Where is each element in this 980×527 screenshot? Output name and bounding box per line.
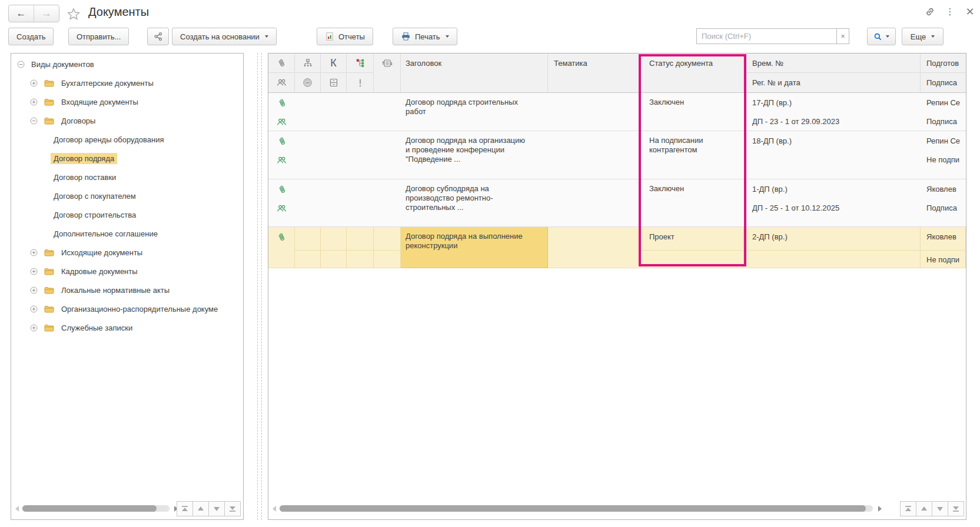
tree-item[interactable]: Локальные нормативные акты (11, 281, 243, 299)
back-button[interactable]: ← (9, 5, 34, 22)
expand-icon[interactable] (30, 79, 38, 87)
cell-title-focused[interactable]: Договор подряда на выполнение реконструк… (401, 227, 548, 268)
cell[interactable] (347, 227, 374, 268)
col-header-hierarchy[interactable] (295, 54, 321, 93)
scroll-left-icon[interactable] (273, 506, 276, 512)
send-button[interactable]: Отправить... (68, 28, 129, 45)
more-button[interactable]: Еще (902, 28, 944, 45)
cell-theme[interactable] (548, 93, 641, 131)
tree-item-root[interactable]: Виды документов (11, 55, 243, 74)
close-icon[interactable]: ✕ (960, 4, 980, 19)
print-button[interactable]: Печать (393, 28, 457, 45)
scroll-right-icon[interactable] (878, 506, 882, 512)
tree-item-selected[interactable]: Договор подряда (11, 149, 243, 168)
share-button[interactable] (147, 28, 169, 45)
col-header-attachment[interactable] (268, 54, 295, 93)
cell-people[interactable]: Репин Се Не подпи (921, 131, 966, 179)
tree-item[interactable]: Бухгалтерские документы (11, 74, 243, 92)
cell[interactable] (374, 227, 401, 268)
tree-item[interactable]: Договоры (11, 111, 243, 130)
scroll-to-bottom-button[interactable] (224, 501, 241, 516)
col-header-status[interactable]: Статус документа (641, 54, 744, 93)
panel-splitter[interactable] (257, 53, 258, 520)
row-icons[interactable] (268, 227, 295, 268)
scroll-up-button[interactable] (192, 501, 209, 516)
cell-title[interactable]: Договор субподряда на производство ремон… (401, 179, 548, 227)
cell-theme[interactable] (548, 227, 641, 268)
cell[interactable] (295, 93, 321, 131)
scroll-left-icon[interactable] (15, 506, 19, 512)
scroll-to-top-button[interactable] (177, 501, 193, 516)
row-icons[interactable] (268, 179, 295, 227)
scroll-down-button[interactable] (932, 501, 948, 516)
cell-people[interactable]: Репин Се Подписа (921, 93, 966, 131)
expand-icon[interactable] (30, 286, 38, 294)
scroll-to-top-button[interactable] (900, 501, 916, 516)
create-based-on-button[interactable]: Создать на основании (172, 28, 277, 45)
cell[interactable] (347, 93, 374, 131)
tree-item[interactable]: Служебные записки (11, 318, 243, 337)
col-header-title[interactable]: Заголовок (401, 54, 548, 93)
cell-status[interactable]: Проект (641, 227, 744, 268)
scrollbar-thumb[interactable] (22, 505, 157, 512)
col-header-k[interactable]: К (321, 54, 347, 93)
cell[interactable] (295, 227, 321, 268)
cell-numbers[interactable]: 17-ДП (вр.) ДП - 23 - 1 от 29.09.2023 (744, 93, 921, 131)
expand-icon[interactable] (30, 268, 38, 275)
col-header-theme[interactable]: Тематика (548, 54, 641, 93)
cell-status[interactable]: Заключен (641, 93, 744, 131)
col-header-people[interactable]: Подготов Подписа (921, 54, 966, 93)
cell[interactable] (321, 93, 347, 131)
cell-people[interactable]: Яковлев Не подпи (921, 227, 966, 268)
forward-button[interactable]: → (34, 5, 59, 22)
cell-status[interactable]: На подписании контрагентом (641, 131, 744, 179)
scrollbar-thumb[interactable] (280, 505, 866, 512)
cell[interactable] (295, 131, 321, 179)
col-header-signed[interactable]: Подписа (921, 73, 966, 92)
col-header-numbers[interactable]: Врем. № Рег. № и дата (744, 54, 921, 93)
panel-splitter[interactable] (261, 53, 262, 520)
cell-numbers[interactable]: 18-ДП (вр.) (744, 131, 921, 179)
row-icons[interactable] (268, 131, 295, 179)
cell-theme[interactable] (548, 131, 641, 179)
tree-item[interactable]: Договор с покупателем (11, 186, 243, 205)
tree-item[interactable]: Дополнительное соглашение (11, 224, 243, 243)
cell[interactable] (374, 131, 401, 179)
cell[interactable] (321, 227, 347, 268)
col-header-reg-no[interactable]: Рег. № и дата (744, 73, 920, 92)
col-header-state-tree[interactable] (347, 54, 374, 93)
scroll-down-button[interactable] (208, 501, 225, 516)
tree-item[interactable]: Организационно-распорядительные докуме (11, 299, 243, 318)
cell-people[interactable]: Яковлев Подписа (921, 179, 966, 227)
tree-item[interactable]: Входящие документы (11, 92, 243, 111)
cell-status[interactable]: Заключен (641, 179, 744, 227)
tree-item[interactable]: Договор аренды оборудования (11, 130, 243, 149)
cell[interactable] (347, 179, 374, 227)
cell[interactable] (321, 179, 347, 227)
cell-numbers[interactable]: 2-ДП (вр.) (744, 227, 921, 268)
scroll-to-bottom-button[interactable] (948, 501, 964, 516)
tree-item[interactable]: Кадровые документы (11, 262, 243, 281)
create-button[interactable]: Создать (8, 28, 54, 45)
search-button[interactable] (867, 28, 896, 45)
collapse-icon[interactable] (17, 61, 25, 68)
cell-title[interactable]: Договор подряда строительных работ (401, 93, 548, 131)
col-header-workflow[interactable] (374, 54, 401, 93)
tree-item[interactable]: Исходящие документы (11, 243, 243, 262)
scrollbar-track[interactable] (280, 505, 873, 512)
more-menu-icon[interactable]: ⋮ (940, 4, 960, 19)
cell-title[interactable]: Договор подряда на организацию и проведе… (401, 131, 548, 179)
search-input[interactable] (696, 28, 836, 44)
cell-theme[interactable] (548, 179, 641, 227)
col-header-temp-no[interactable]: Врем. № (744, 54, 920, 73)
cell[interactable] (374, 93, 401, 131)
col-header-prepared[interactable]: Подготов (921, 54, 966, 73)
scrollbar-track[interactable] (22, 505, 170, 512)
cell[interactable] (374, 179, 401, 227)
expand-icon[interactable] (30, 98, 38, 106)
cell-numbers[interactable]: 1-ДП (вр.) ДП - 25 - 1 от 10.12.2025 (744, 179, 921, 227)
search-clear-icon[interactable]: × (836, 28, 849, 44)
expand-icon[interactable] (30, 249, 38, 256)
reports-button[interactable]: Отчеты (317, 28, 373, 45)
collapse-icon[interactable] (30, 117, 38, 125)
